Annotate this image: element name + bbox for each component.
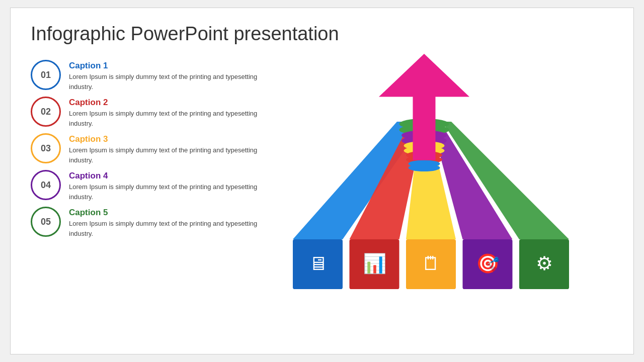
caption-title-1: Caption 1: [69, 61, 262, 71]
caption-text-5: Caption 5 Lorem Ipsum is simply dummy te…: [69, 207, 262, 238]
caption-body-1: Lorem Ipsum is simply dummy text of the …: [69, 72, 262, 92]
caption-text-4: Caption 4 Lorem Ipsum is simply dummy te…: [69, 170, 262, 202]
caption-circle-3: 03: [31, 133, 61, 163]
caption-item-2: 02 Caption 2 Lorem Ipsum is simply dummy…: [31, 97, 262, 128]
caption-number-5: 05: [41, 217, 51, 227]
slide-title: Infographic PowerPoint presentation: [31, 23, 613, 45]
caption-circle-5: 05: [31, 207, 61, 237]
right-panel: 🖥 📊 🗒 🎯 ⚙: [262, 55, 613, 335]
caption-body-3: Lorem Ipsum is simply dummy text of the …: [69, 145, 262, 165]
caption-number-4: 04: [41, 180, 51, 191]
caption-item-4: 04 Caption 4 Lorem Ipsum is simply dummy…: [31, 170, 262, 202]
caption-number-2: 02: [41, 107, 51, 117]
caption-title-5: Caption 5: [69, 208, 262, 218]
caption-item-1: 01 Caption 1 Lorem Ipsum is simply dummy…: [31, 60, 262, 92]
caption-item-5: 05 Caption 5 Lorem Ipsum is simply dummy…: [31, 207, 262, 238]
caption-text-2: Caption 2 Lorem Ipsum is simply dummy te…: [69, 97, 262, 128]
svg-text:🖥: 🖥: [308, 253, 328, 274]
caption-title-2: Caption 2: [69, 98, 262, 108]
caption-circle-4: 04: [31, 170, 61, 200]
caption-number-1: 01: [41, 70, 51, 80]
caption-circle-2: 02: [31, 97, 61, 127]
infographic: 🖥 📊 🗒 🎯 ⚙: [262, 45, 613, 325]
slide: Infographic PowerPoint presentation 01 C…: [10, 8, 634, 354]
content-area: 01 Caption 1 Lorem Ipsum is simply dummy…: [31, 55, 613, 335]
caption-body-5: Lorem Ipsum is simply dummy text of the …: [69, 219, 262, 238]
caption-title-3: Caption 3: [69, 134, 262, 144]
caption-circle-1: 01: [31, 60, 61, 90]
svg-rect-25: [413, 88, 436, 160]
svg-text:⚙: ⚙: [536, 253, 553, 274]
caption-item-3: 03 Caption 3 Lorem Ipsum is simply dummy…: [31, 133, 262, 165]
left-panel: 01 Caption 1 Lorem Ipsum is simply dummy…: [31, 55, 262, 335]
caption-number-3: 03: [41, 143, 51, 154]
caption-body-4: Lorem Ipsum is simply dummy text of the …: [69, 182, 262, 202]
svg-text:🗒: 🗒: [422, 253, 441, 274]
svg-marker-26: [379, 54, 469, 97]
svg-point-24: [409, 164, 440, 171]
caption-text-1: Caption 1 Lorem Ipsum is simply dummy te…: [69, 60, 262, 92]
svg-text:🎯: 🎯: [476, 252, 500, 275]
caption-body-2: Lorem Ipsum is simply dummy text of the …: [69, 109, 262, 128]
caption-title-4: Caption 4: [69, 171, 262, 181]
caption-text-3: Caption 3 Lorem Ipsum is simply dummy te…: [69, 133, 262, 165]
svg-text:📊: 📊: [363, 252, 387, 275]
